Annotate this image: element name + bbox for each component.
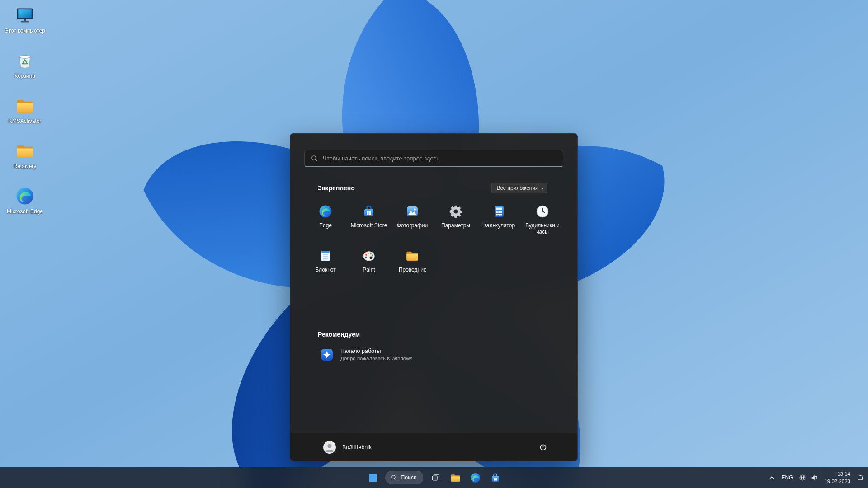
chevron-right-icon: › (542, 185, 543, 191)
calculator-icon (492, 204, 506, 219)
edge-icon (15, 186, 35, 206)
taskbar-store-button[interactable] (486, 469, 505, 487)
pinned-app-explorer[interactable]: Проводник (391, 246, 434, 287)
pinned-app-paint[interactable]: Paint (347, 246, 391, 287)
tray-show-hidden-icons-button[interactable] (766, 469, 778, 487)
search-icon (391, 474, 397, 481)
desktop-icon-label: KMSActivator (9, 118, 42, 124)
windows-logo-icon (368, 474, 377, 482)
folder-icon (15, 96, 35, 116)
pinned-app-edge[interactable]: Edge (304, 202, 347, 243)
pinned-app-calculator[interactable]: Калькулятор (477, 202, 521, 243)
power-button[interactable] (535, 440, 551, 455)
speaker-volume-icon (811, 474, 818, 481)
user-avatar (323, 441, 336, 454)
desktop-icon-list: Этот компьютер Корзина KMSActivator (3, 5, 47, 231)
pinned-app-notepad[interactable]: Блокнот (304, 246, 347, 287)
tray-date: 19.02.2023 (824, 478, 850, 484)
taskbar-edge-button[interactable] (467, 469, 485, 487)
notepad-icon (318, 249, 333, 263)
taskbar-file-explorer-button[interactable] (447, 469, 465, 487)
settings-gear-icon (448, 204, 463, 219)
recommended-item-get-started[interactable]: Начало работы Добро пожаловать в Windows (315, 344, 450, 365)
file-explorer-icon (405, 249, 420, 263)
task-view-button[interactable] (427, 469, 445, 487)
notification-bell-icon (857, 474, 864, 481)
store-icon (490, 472, 501, 483)
desktop-icon-recycle-bin[interactable]: Корзина (3, 51, 47, 96)
edge-icon (318, 204, 333, 219)
edge-icon (470, 472, 481, 483)
pinned-app-alarms[interactable]: Будильники и часы (521, 202, 564, 243)
tray-clock[interactable]: 13:14 19.02.2023 (820, 469, 854, 487)
tray-time: 13:14 (837, 471, 850, 477)
paint-icon (362, 249, 376, 263)
pinned-app-photos[interactable]: Фотографии (391, 202, 434, 243)
photos-icon (405, 204, 420, 219)
task-view-icon (431, 474, 440, 482)
tray-notifications-button[interactable] (854, 469, 866, 487)
start-search-box[interactable] (304, 150, 563, 167)
user-profile-button[interactable]: BoJIIIIebnik (318, 438, 376, 456)
globe-network-icon (799, 474, 806, 481)
pinned-section-title: Закреплено (318, 184, 355, 192)
user-name: BoJIIIIebnik (342, 444, 372, 450)
desktop-icon-label: Корзина (14, 73, 35, 79)
desktop-icon-label: Microsoft Edge (7, 208, 43, 215)
tray-volume-button[interactable] (808, 469, 820, 487)
alarms-clock-icon (535, 204, 550, 219)
start-button[interactable] (363, 469, 382, 487)
desktop-icon-label: Recovery (14, 163, 37, 169)
start-search-input[interactable] (323, 155, 557, 162)
search-icon (311, 155, 318, 162)
all-apps-button[interactable]: Все приложения › (491, 183, 547, 193)
recommended-item-title: Начало работы (340, 347, 412, 355)
chevron-up-icon (769, 474, 775, 481)
recommended-item-subtitle: Добро пожаловать в Windows (340, 355, 412, 362)
desktop-icon-this-pc[interactable]: Этот компьютер (3, 5, 47, 51)
pinned-app-grid: Edge Microsoft Store Фото (304, 202, 564, 287)
file-explorer-icon (450, 472, 461, 483)
desktop-icon-label: Этот компьютер (5, 28, 45, 34)
taskbar-search-button[interactable]: Поиск (385, 471, 423, 484)
recommended-list: Начало работы Добро пожаловать в Windows (315, 344, 564, 365)
store-icon (362, 204, 376, 219)
taskbar: Поиск (0, 467, 868, 488)
start-user-bar: BoJIIIIebnik (290, 433, 577, 461)
pinned-app-settings[interactable]: Параметры (434, 202, 477, 243)
tray-language-button[interactable]: ENG (778, 469, 797, 487)
power-icon (539, 443, 547, 451)
desktop-icon-edge[interactable]: Microsoft Edge (3, 186, 47, 231)
get-started-icon (320, 348, 334, 361)
desktop-icon-kmsactivator[interactable]: KMSActivator (3, 96, 47, 141)
pinned-app-store[interactable]: Microsoft Store (347, 202, 391, 243)
tray-network-button[interactable] (797, 469, 808, 487)
recycle-bin-icon (15, 51, 35, 70)
start-menu: Закреплено Все приложения › Edge (290, 133, 578, 461)
desktop-icon-recovery[interactable]: Recovery (3, 141, 47, 186)
folder-icon (15, 141, 35, 161)
recommended-section-title: Рекомендуем (318, 331, 547, 338)
computer-icon (15, 5, 35, 25)
